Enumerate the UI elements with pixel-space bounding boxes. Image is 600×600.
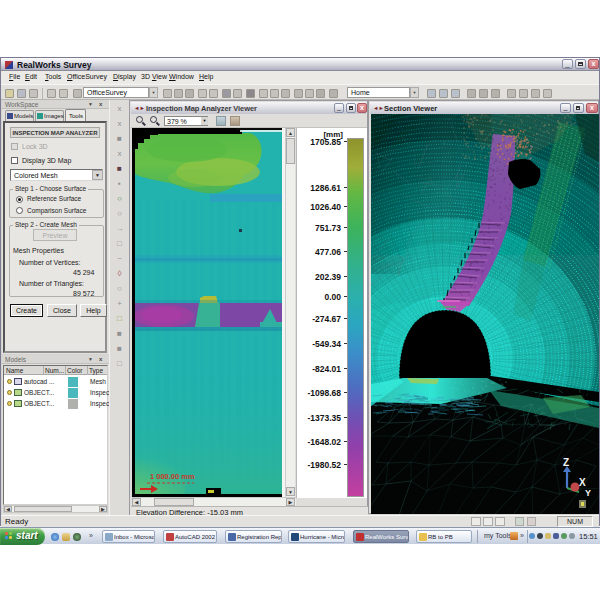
svg-text:Y: Y — [585, 488, 591, 498]
svg-text:Z: Z — [563, 457, 569, 468]
svg-text:1 000.00 mm: 1 000.00 mm — [150, 472, 195, 481]
svg-text:X: X — [579, 477, 586, 488]
